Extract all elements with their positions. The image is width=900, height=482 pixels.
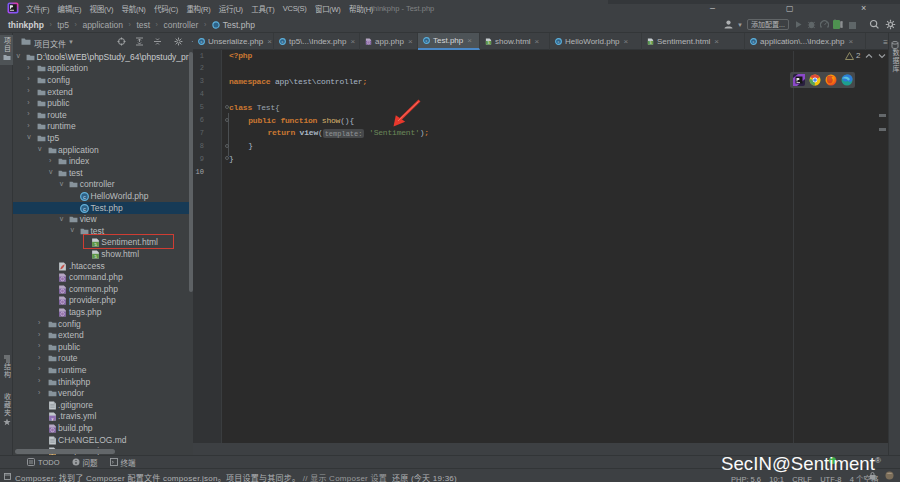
svg-text:c: c	[83, 194, 86, 200]
svg-text:c: c	[425, 38, 427, 43]
svg-text:c: c	[557, 39, 559, 44]
svg-text:c: c	[200, 39, 202, 44]
svg-text:c: c	[752, 39, 754, 44]
svg-text:c: c	[83, 205, 86, 211]
svg-text:5: 5	[650, 41, 652, 45]
svg-text:c: c	[281, 39, 283, 44]
svg-text:5: 5	[488, 41, 490, 45]
svg-text:y: y	[51, 417, 53, 421]
